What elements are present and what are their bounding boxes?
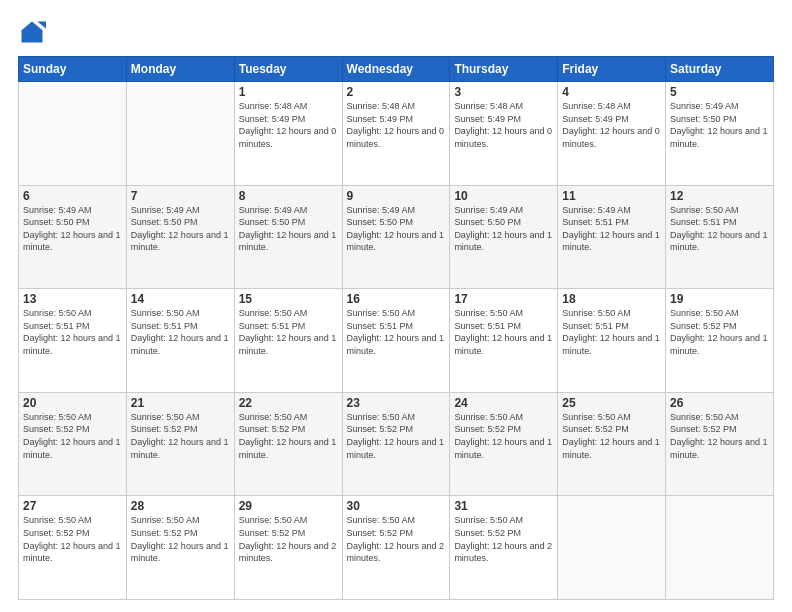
calendar-cell: 1Sunrise: 5:48 AM Sunset: 5:49 PM Daylig… (234, 82, 342, 186)
calendar-cell: 28Sunrise: 5:50 AM Sunset: 5:52 PM Dayli… (126, 496, 234, 600)
calendar-cell: 22Sunrise: 5:50 AM Sunset: 5:52 PM Dayli… (234, 392, 342, 496)
day-info: Sunrise: 5:48 AM Sunset: 5:49 PM Dayligh… (454, 100, 553, 150)
calendar-week-row-5: 27Sunrise: 5:50 AM Sunset: 5:52 PM Dayli… (19, 496, 774, 600)
day-info: Sunrise: 5:50 AM Sunset: 5:51 PM Dayligh… (347, 307, 446, 357)
day-number: 20 (23, 396, 122, 410)
calendar-cell: 23Sunrise: 5:50 AM Sunset: 5:52 PM Dayli… (342, 392, 450, 496)
day-info: Sunrise: 5:50 AM Sunset: 5:52 PM Dayligh… (670, 307, 769, 357)
calendar-cell (19, 82, 127, 186)
day-info: Sunrise: 5:49 AM Sunset: 5:50 PM Dayligh… (239, 204, 338, 254)
logo-icon (18, 18, 46, 46)
day-info: Sunrise: 5:50 AM Sunset: 5:51 PM Dayligh… (239, 307, 338, 357)
day-info: Sunrise: 5:50 AM Sunset: 5:52 PM Dayligh… (23, 514, 122, 564)
day-info: Sunrise: 5:49 AM Sunset: 5:50 PM Dayligh… (347, 204, 446, 254)
day-info: Sunrise: 5:50 AM Sunset: 5:51 PM Dayligh… (670, 204, 769, 254)
calendar-week-row-4: 20Sunrise: 5:50 AM Sunset: 5:52 PM Dayli… (19, 392, 774, 496)
day-info: Sunrise: 5:50 AM Sunset: 5:52 PM Dayligh… (131, 411, 230, 461)
day-number: 14 (131, 292, 230, 306)
day-info: Sunrise: 5:50 AM Sunset: 5:52 PM Dayligh… (347, 411, 446, 461)
day-number: 12 (670, 189, 769, 203)
calendar-cell: 27Sunrise: 5:50 AM Sunset: 5:52 PM Dayli… (19, 496, 127, 600)
day-info: Sunrise: 5:49 AM Sunset: 5:51 PM Dayligh… (562, 204, 661, 254)
weekday-header-monday: Monday (126, 57, 234, 82)
day-number: 3 (454, 85, 553, 99)
day-number: 27 (23, 499, 122, 513)
weekday-header-row: SundayMondayTuesdayWednesdayThursdayFrid… (19, 57, 774, 82)
calendar-table: SundayMondayTuesdayWednesdayThursdayFrid… (18, 56, 774, 600)
weekday-header-friday: Friday (558, 57, 666, 82)
calendar-cell: 9Sunrise: 5:49 AM Sunset: 5:50 PM Daylig… (342, 185, 450, 289)
svg-marker-0 (22, 22, 43, 43)
day-number: 22 (239, 396, 338, 410)
day-number: 16 (347, 292, 446, 306)
day-number: 17 (454, 292, 553, 306)
calendar-cell: 13Sunrise: 5:50 AM Sunset: 5:51 PM Dayli… (19, 289, 127, 393)
calendar-cell: 4Sunrise: 5:48 AM Sunset: 5:49 PM Daylig… (558, 82, 666, 186)
day-number: 24 (454, 396, 553, 410)
calendar-cell: 16Sunrise: 5:50 AM Sunset: 5:51 PM Dayli… (342, 289, 450, 393)
day-number: 15 (239, 292, 338, 306)
calendar-cell: 17Sunrise: 5:50 AM Sunset: 5:51 PM Dayli… (450, 289, 558, 393)
day-info: Sunrise: 5:48 AM Sunset: 5:49 PM Dayligh… (562, 100, 661, 150)
day-number: 19 (670, 292, 769, 306)
calendar-cell: 30Sunrise: 5:50 AM Sunset: 5:52 PM Dayli… (342, 496, 450, 600)
calendar-week-row-3: 13Sunrise: 5:50 AM Sunset: 5:51 PM Dayli… (19, 289, 774, 393)
calendar-cell: 5Sunrise: 5:49 AM Sunset: 5:50 PM Daylig… (666, 82, 774, 186)
day-info: Sunrise: 5:49 AM Sunset: 5:50 PM Dayligh… (23, 204, 122, 254)
day-number: 7 (131, 189, 230, 203)
day-info: Sunrise: 5:50 AM Sunset: 5:52 PM Dayligh… (562, 411, 661, 461)
calendar-cell: 6Sunrise: 5:49 AM Sunset: 5:50 PM Daylig… (19, 185, 127, 289)
day-info: Sunrise: 5:50 AM Sunset: 5:52 PM Dayligh… (454, 514, 553, 564)
day-info: Sunrise: 5:50 AM Sunset: 5:52 PM Dayligh… (347, 514, 446, 564)
day-number: 26 (670, 396, 769, 410)
day-info: Sunrise: 5:50 AM Sunset: 5:51 PM Dayligh… (23, 307, 122, 357)
day-number: 30 (347, 499, 446, 513)
day-number: 10 (454, 189, 553, 203)
day-number: 31 (454, 499, 553, 513)
day-info: Sunrise: 5:48 AM Sunset: 5:49 PM Dayligh… (239, 100, 338, 150)
calendar-cell: 31Sunrise: 5:50 AM Sunset: 5:52 PM Dayli… (450, 496, 558, 600)
logo (18, 18, 50, 46)
calendar-week-row-1: 1Sunrise: 5:48 AM Sunset: 5:49 PM Daylig… (19, 82, 774, 186)
day-number: 29 (239, 499, 338, 513)
calendar-cell: 20Sunrise: 5:50 AM Sunset: 5:52 PM Dayli… (19, 392, 127, 496)
day-number: 2 (347, 85, 446, 99)
calendar-cell: 26Sunrise: 5:50 AM Sunset: 5:52 PM Dayli… (666, 392, 774, 496)
day-number: 4 (562, 85, 661, 99)
calendar-cell: 12Sunrise: 5:50 AM Sunset: 5:51 PM Dayli… (666, 185, 774, 289)
calendar-week-row-2: 6Sunrise: 5:49 AM Sunset: 5:50 PM Daylig… (19, 185, 774, 289)
day-info: Sunrise: 5:48 AM Sunset: 5:49 PM Dayligh… (347, 100, 446, 150)
day-info: Sunrise: 5:50 AM Sunset: 5:51 PM Dayligh… (131, 307, 230, 357)
day-number: 23 (347, 396, 446, 410)
day-info: Sunrise: 5:49 AM Sunset: 5:50 PM Dayligh… (670, 100, 769, 150)
calendar-cell: 10Sunrise: 5:49 AM Sunset: 5:50 PM Dayli… (450, 185, 558, 289)
day-number: 18 (562, 292, 661, 306)
day-number: 13 (23, 292, 122, 306)
calendar-cell: 8Sunrise: 5:49 AM Sunset: 5:50 PM Daylig… (234, 185, 342, 289)
calendar-cell: 25Sunrise: 5:50 AM Sunset: 5:52 PM Dayli… (558, 392, 666, 496)
header (18, 18, 774, 46)
day-number: 8 (239, 189, 338, 203)
day-info: Sunrise: 5:50 AM Sunset: 5:52 PM Dayligh… (239, 411, 338, 461)
day-info: Sunrise: 5:50 AM Sunset: 5:51 PM Dayligh… (562, 307, 661, 357)
calendar-cell: 21Sunrise: 5:50 AM Sunset: 5:52 PM Dayli… (126, 392, 234, 496)
calendar-cell: 18Sunrise: 5:50 AM Sunset: 5:51 PM Dayli… (558, 289, 666, 393)
day-number: 21 (131, 396, 230, 410)
day-number: 6 (23, 189, 122, 203)
day-info: Sunrise: 5:50 AM Sunset: 5:51 PM Dayligh… (454, 307, 553, 357)
day-number: 9 (347, 189, 446, 203)
calendar-cell: 11Sunrise: 5:49 AM Sunset: 5:51 PM Dayli… (558, 185, 666, 289)
calendar-cell (666, 496, 774, 600)
day-info: Sunrise: 5:50 AM Sunset: 5:52 PM Dayligh… (23, 411, 122, 461)
calendar-cell: 14Sunrise: 5:50 AM Sunset: 5:51 PM Dayli… (126, 289, 234, 393)
calendar-cell: 15Sunrise: 5:50 AM Sunset: 5:51 PM Dayli… (234, 289, 342, 393)
weekday-header-wednesday: Wednesday (342, 57, 450, 82)
weekday-header-sunday: Sunday (19, 57, 127, 82)
day-info: Sunrise: 5:50 AM Sunset: 5:52 PM Dayligh… (454, 411, 553, 461)
day-number: 5 (670, 85, 769, 99)
calendar-cell: 3Sunrise: 5:48 AM Sunset: 5:49 PM Daylig… (450, 82, 558, 186)
day-info: Sunrise: 5:50 AM Sunset: 5:52 PM Dayligh… (670, 411, 769, 461)
calendar-cell: 7Sunrise: 5:49 AM Sunset: 5:50 PM Daylig… (126, 185, 234, 289)
calendar-cell: 19Sunrise: 5:50 AM Sunset: 5:52 PM Dayli… (666, 289, 774, 393)
calendar-cell (558, 496, 666, 600)
